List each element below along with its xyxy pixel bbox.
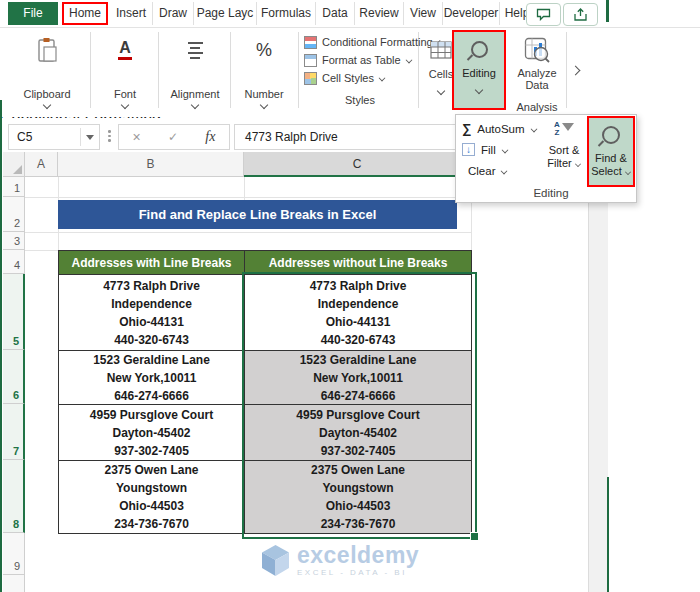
tab-insert[interactable]: Insert [110,2,153,25]
tab-developer[interactable]: Developer [443,2,500,25]
tab-view[interactable]: View [404,2,443,25]
format-as-table-button[interactable]: Format as Table [302,51,418,69]
cell-b7[interactable]: 4959 Pursglove Court Dayton-45402 937-30… [59,405,245,461]
fx-icon[interactable]: fx [205,129,215,145]
conditional-formatting-label: Conditional Formatting [322,36,433,48]
percent-icon: % [232,34,296,66]
tab-draw[interactable]: Draw [153,2,194,25]
worksheet[interactable]: A B C 1 2 3 4 5 6 7 8 9 Find and Replace… [0,152,610,592]
cell-line: Youngstown [116,479,187,497]
font-group[interactable]: A Font [94,27,156,115]
name-box-dropdown-icon[interactable] [81,135,99,140]
cell-line: Ohio-44131 [326,313,391,331]
chevron-down-icon [437,87,445,95]
cell-line: 4959 Pursglove Court [90,406,213,424]
table-header-c4[interactable]: Addresses without Line Breaks [245,251,472,275]
cell-line: Ohio-44131 [119,313,184,331]
clipboard-group[interactable]: Clipboard [6,27,88,115]
chevron-down-icon [530,125,537,132]
cell-c8[interactable]: 2375 Owen Lane Youngstown Ohio-44503 234… [245,461,472,534]
name-box-value: C5 [17,130,80,144]
corner-triangle-icon [13,165,22,174]
find-select-label-2: Select [591,165,622,177]
column-header-c[interactable]: C [244,152,471,177]
cell-line: New York,10011 [107,369,197,387]
tab-data[interactable]: Data [316,2,355,25]
conditional-formatting-icon [304,36,317,49]
formula-bar-divider [108,130,111,142]
styles-group-label: Styles [302,94,418,106]
vertical-scrollbar[interactable] [588,152,608,592]
row-header-2[interactable]: 2 [3,197,25,232]
row-header-3[interactable]: 3 [3,232,25,250]
sort-filter-icon: AZ [542,121,586,137]
watermark-subtitle: EXCEL - DATA - BI [297,568,419,577]
column-header-b[interactable]: B [58,152,244,177]
tab-review[interactable]: Review [355,2,404,25]
fill-handle[interactable] [470,532,479,541]
row-header-6[interactable]: 6 [3,350,25,404]
tab-page-layout[interactable]: Page Layc [194,2,257,25]
ribbon-tab-bar: File Home Insert Draw Page Layc Formulas… [0,0,700,28]
format-as-table-icon [304,54,317,67]
clear-button[interactable]: Clear [462,162,507,179]
window-edge-left [0,100,2,592]
cell-styles-icon [304,72,317,85]
table-header-b4[interactable]: Addresses with Line Breaks [59,251,245,275]
ribbon-overflow-chevron-icon[interactable] [571,66,581,76]
ribbon: Clipboard A Font [0,27,700,117]
magnifier-icon [602,126,620,144]
window-edge-right [607,477,609,592]
fill-button[interactable]: ↓ Fill [462,141,508,158]
chevron-down-icon [379,75,386,82]
tab-file[interactable]: File [8,2,58,25]
tab-home[interactable]: Home [62,2,108,25]
enter-icon[interactable]: ✓ [168,130,178,144]
cell-line: New York,10011 [313,369,403,387]
analyze-data-button[interactable]: Analyze Data Analysis [509,27,565,115]
share-icon [573,8,588,22]
cell-b8[interactable]: 2375 Owen Lane Youngstown Ohio-44503 234… [59,461,245,534]
cell-line: 4773 Ralph Drive [310,277,407,295]
select-all-corner[interactable] [3,152,25,177]
cell-line: 1523 Geraldine Lane [93,351,210,369]
tab-formulas[interactable]: Formulas [257,2,316,25]
cell-line: 4773 Ralph Drive [103,277,200,295]
share-button[interactable] [563,3,598,26]
editing-button-label: Editing [454,67,504,79]
cell-b6[interactable]: 1523 Geraldine Lane New York,10011 646-2… [59,351,245,405]
cell-line: 440-320-6743 [114,331,189,349]
cell-c7[interactable]: 4959 Pursglove Court Dayton-45402 937-30… [245,405,472,461]
conditional-formatting-button[interactable]: Conditional Formatting [302,33,418,51]
number-group[interactable]: % Number [232,27,296,115]
name-box[interactable]: C5 [8,124,100,150]
fill-label: Fill [481,144,496,156]
cell-line: 234-736-7670 [321,515,396,533]
cell-line: Youngstown [322,479,393,497]
alignment-group[interactable]: Alignment [162,27,228,115]
row-header-1[interactable]: 1 [3,177,25,197]
clipboard-label: Clipboard [6,88,88,100]
cell-styles-button[interactable]: Cell Styles [302,69,418,87]
sort-filter-label-2: Filter [547,157,571,169]
comments-button[interactable] [526,3,561,26]
cell-line: 2375 Owen Lane [311,461,405,479]
row-header-8[interactable]: 8 [3,460,25,533]
sort-filter-button[interactable]: AZ Sort & Filter [542,117,586,187]
row-header-7[interactable]: 7 [3,404,25,460]
find-select-button[interactable]: Find & Select [587,116,635,187]
cell-line: Ohio-44503 [119,497,184,515]
row-header-5[interactable]: 5 [3,274,25,350]
cell-c6[interactable]: 1523 Geraldine Lane New York,10011 646-2… [245,351,472,405]
row-header-9[interactable]: 9 [3,533,25,575]
autosum-button[interactable]: ∑ AutoSum [462,120,537,137]
editing-dropdown-button[interactable]: Editing [452,30,506,110]
column-header-a[interactable]: A [25,152,58,177]
cell-line: 646-274-6666 [321,387,396,405]
comment-icon [536,8,551,21]
cell-b5[interactable]: 4773 Ralph Drive Independence Ohio-44131… [59,275,245,351]
row-header-10[interactable] [3,575,25,592]
cell-c5-active[interactable]: 4773 Ralph Drive Independence Ohio-44131… [245,275,472,351]
row-header-4[interactable]: 4 [3,250,25,274]
cancel-icon[interactable]: × [133,129,141,145]
